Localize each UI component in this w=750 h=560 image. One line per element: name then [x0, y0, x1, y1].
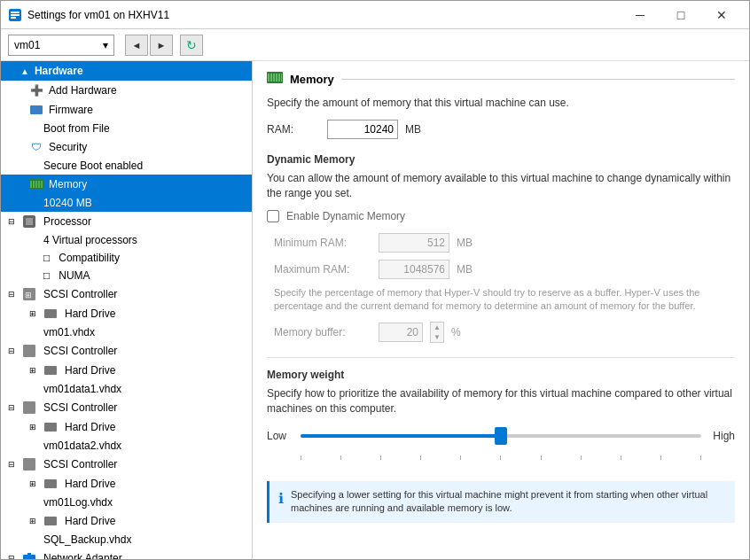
sidebar-item-memory[interactable]: Memory	[1, 175, 252, 194]
network-icon	[22, 551, 36, 559]
sidebar-item-scsi2[interactable]: ⊟ SCSI Controller	[1, 341, 252, 361]
sidebar-item-hdd1-file[interactable]: vm01.vhdx	[1, 323, 252, 341]
close-button[interactable]: ✕	[701, 1, 742, 29]
main-description: Specify the amount of memory that this v…	[267, 97, 735, 109]
hdd2-icon	[43, 363, 58, 377]
buffer-down-arrow[interactable]: ▼	[431, 332, 443, 342]
sidebar-label-secure-boot: Secure Boot enabled	[43, 159, 143, 172]
scsi3-expand-icon: ⊟	[8, 403, 15, 412]
title-bar: Settings for vm01 on HXHV11 ─ □ ✕	[1, 1, 749, 29]
max-ram-input[interactable]	[379, 260, 449, 279]
buffer-up-arrow[interactable]: ▲	[431, 323, 443, 332]
sidebar-item-add-hardware[interactable]: ➕ Add Hardware	[1, 81, 252, 100]
sidebar-label-hdd3-file: vm01data2.vhdx	[43, 439, 121, 452]
enable-dynamic-memory-row[interactable]: Enable Dynamic Memory	[267, 210, 735, 222]
info-icon: ℹ	[278, 489, 284, 509]
scsi2-icon	[22, 344, 36, 358]
hdd2-expand-icon: ⊞	[29, 366, 36, 375]
sidebar-label-boot-from-file: Boot from File	[43, 122, 110, 135]
svg-rect-29	[276, 74, 277, 82]
svg-rect-24	[27, 553, 31, 556]
dynamic-memory-desc: You can allow the amount of memory avail…	[267, 171, 735, 201]
ram-label: RAM:	[267, 123, 320, 136]
slider-ticks	[267, 455, 735, 467]
scsi4-icon	[22, 457, 36, 471]
sidebar-item-secure-boot[interactable]: Secure Boot enabled	[1, 157, 252, 175]
sidebar-item-hdd3[interactable]: ⊞ Hard Drive	[1, 417, 252, 437]
forward-button[interactable]: ►	[150, 35, 173, 56]
slider-thumb[interactable]	[495, 427, 507, 445]
sidebar-item-hdd5-file[interactable]: SQL_Backup.vhdx	[1, 531, 252, 548]
weight-title: Memory weight	[267, 369, 735, 381]
sidebar-hardware-label: Hardware	[35, 65, 83, 77]
minimize-button[interactable]: ─	[620, 1, 660, 29]
sidebar-item-hdd2-file[interactable]: vm01data1.vhdx	[1, 380, 252, 398]
sidebar-item-network[interactable]: ⊟ Network Adapter	[1, 548, 252, 559]
compatibility-icon: □	[43, 252, 50, 264]
sidebar-item-security[interactable]: 🛡 Security	[1, 137, 252, 157]
hdd5-icon	[43, 514, 58, 528]
sidebar-hardware-header[interactable]: ▲ Hardware	[1, 61, 252, 81]
slider-track	[301, 434, 701, 438]
sidebar-label-scsi4: SCSI Controller	[43, 458, 117, 471]
ram-input[interactable]	[327, 120, 398, 139]
slider-high-label: High	[708, 430, 735, 442]
sidebar-item-hdd4-file[interactable]: vm01Log.vhdx	[1, 494, 252, 511]
sidebar-item-hdd4[interactable]: ⊞ Hard Drive	[1, 474, 252, 494]
svg-rect-17	[44, 366, 57, 375]
sidebar-item-hdd5[interactable]: ⊞ Hard Drive	[1, 511, 252, 531]
svg-rect-8	[35, 181, 37, 188]
sidebar-item-hdd1[interactable]: ⊞ Hard Drive	[1, 304, 252, 323]
sidebar-label-add-hardware: Add Hardware	[49, 84, 117, 97]
sidebar-item-scsi3[interactable]: ⊟ SCSI Controller	[1, 398, 252, 417]
sidebar-item-compatibility[interactable]: □ Compatibility	[1, 249, 252, 267]
min-ram-input[interactable]	[379, 233, 449, 253]
sidebar-item-scsi4[interactable]: ⊟ SCSI Controller	[1, 455, 252, 474]
ram-unit: MB	[405, 123, 421, 136]
memory-weight-section: Memory weight Specify how to prioritize …	[267, 369, 735, 467]
sidebar-item-hdd3-file[interactable]: vm01data2.vhdx	[1, 437, 252, 455]
scsi2-expand-icon: ⊟	[8, 346, 15, 355]
security-icon: 🛡	[29, 140, 43, 154]
svg-rect-15	[44, 309, 57, 318]
scsi1-icon: ⊞	[22, 287, 36, 301]
sidebar-label-hdd5: Hard Drive	[65, 515, 115, 527]
hdd1-expand-icon: ⊞	[29, 309, 36, 318]
slider-row: Low High	[267, 427, 735, 445]
buffer-value-input[interactable]	[379, 323, 423, 342]
buffer-description: Specify the percentage of memory that Hy…	[267, 286, 735, 314]
sidebar-item-numa[interactable]: □ NUMA	[1, 267, 252, 284]
section-divider	[341, 79, 735, 80]
weight-desc: Specify how to prioritize the availabili…	[267, 386, 735, 416]
sidebar-item-hdd2[interactable]: ⊞ Hard Drive	[1, 361, 252, 380]
enable-dynamic-memory-checkbox[interactable]	[267, 210, 279, 222]
buffer-spinner[interactable]: ▲ ▼	[430, 322, 444, 343]
sidebar-item-memory-size[interactable]: 10240 MB	[1, 194, 252, 212]
sidebar-label-scsi3: SCSI Controller	[43, 401, 117, 414]
buffer-unit: %	[451, 326, 461, 338]
sidebar-item-scsi1[interactable]: ⊟ ⊞ SCSI Controller	[1, 284, 252, 304]
enable-dynamic-memory-label: Enable Dynamic Memory	[286, 210, 405, 222]
hdd5-expand-icon: ⊞	[29, 517, 36, 525]
min-ram-label: Minimum RAM:	[274, 237, 371, 249]
sidebar-item-processor[interactable]: ⊟ Processor	[1, 212, 252, 231]
svg-rect-21	[44, 479, 57, 488]
svg-rect-28	[273, 74, 275, 82]
back-button[interactable]: ◄	[125, 35, 148, 56]
max-ram-row: Maximum RAM: MB	[267, 260, 735, 279]
sidebar-item-firmware[interactable]: Firmware	[1, 100, 252, 120]
ram-field-row: RAM: MB	[267, 120, 735, 139]
sidebar-label-processor: Processor	[43, 215, 91, 228]
vm-name: vm01	[14, 39, 40, 51]
hdd4-icon	[43, 477, 58, 491]
maximize-button[interactable]: □	[660, 1, 701, 29]
min-ram-row: Minimum RAM: MB	[267, 233, 735, 253]
add-hardware-icon: ➕	[29, 83, 43, 97]
buffer-row: Memory buffer: ▲ ▼ %	[267, 322, 735, 343]
sidebar-item-processor-count[interactable]: 4 Virtual processors	[1, 231, 252, 249]
settings-window: Settings for vm01 on HXHV11 ─ □ ✕ vm01 ▾…	[0, 0, 750, 560]
vm-selector[interactable]: vm01 ▾	[8, 35, 114, 56]
sidebar-item-boot-from-file[interactable]: Boot from File	[1, 120, 252, 137]
info-box: ℹ Specifying a lower setting for this vi…	[267, 481, 735, 523]
refresh-button[interactable]: ↻	[180, 35, 203, 56]
